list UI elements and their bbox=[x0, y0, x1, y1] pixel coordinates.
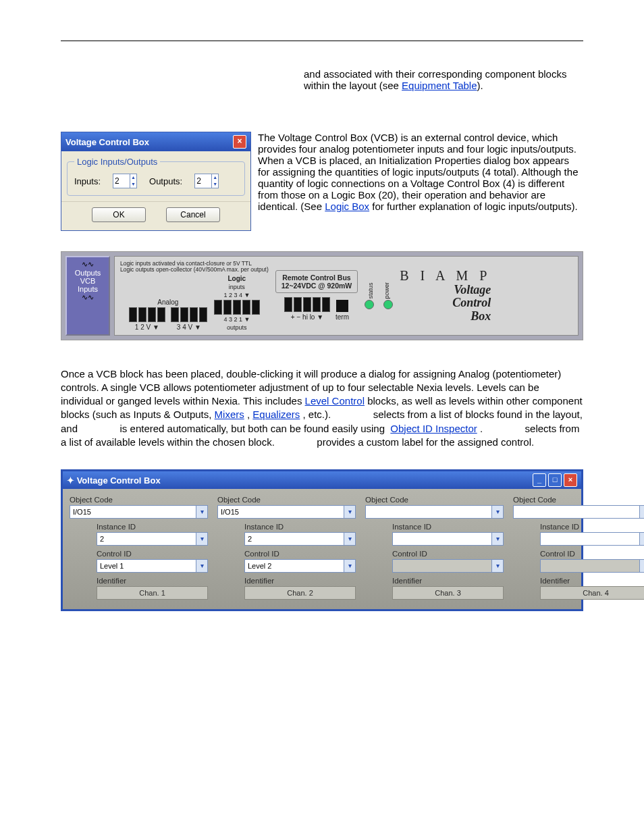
equipment-table-link[interactable]: Equipment Table bbox=[402, 80, 477, 91]
maximize-icon[interactable]: □ bbox=[548, 473, 562, 487]
minimize-icon[interactable]: _ bbox=[533, 473, 546, 487]
chevron-down-icon[interactable]: ▼ bbox=[130, 181, 136, 188]
chevron-down-icon[interactable]: ▾ bbox=[196, 560, 207, 572]
control-id-value[interactable] bbox=[245, 560, 344, 572]
identifier-label: Identifier bbox=[510, 575, 644, 586]
ok-button[interactable]: OK bbox=[92, 207, 146, 222]
chevron-down-icon: ▾ bbox=[491, 560, 503, 572]
control-id-combo: ▾ bbox=[540, 559, 644, 573]
control-id-value bbox=[393, 560, 491, 572]
vcb-column-3: Object Code▾Instance ID▾Control ID▾Ident… bbox=[363, 494, 506, 600]
wave-icon: ∿∿ bbox=[68, 260, 107, 269]
object-code-value[interactable] bbox=[218, 506, 344, 518]
intro-tail-text: and associated with their corresponding … bbox=[304, 68, 583, 91]
object-code-value[interactable] bbox=[70, 506, 196, 518]
object-code-combo[interactable]: ▾ bbox=[365, 505, 504, 519]
inputs-label: Inputs: bbox=[74, 176, 101, 186]
top-rule bbox=[61, 41, 583, 41]
control-id-combo[interactable]: ▾ bbox=[97, 559, 208, 573]
brand-sub1: Voltage bbox=[400, 284, 491, 297]
mixers-link[interactable]: Mixers bbox=[215, 409, 244, 420]
hilo-label: + − hi lo ▼ bbox=[291, 313, 323, 321]
instance-id-combo[interactable]: ▾ bbox=[97, 532, 208, 546]
instance-id-label: Instance ID bbox=[67, 521, 211, 532]
outputs-spin[interactable]: ▲▼ bbox=[194, 174, 219, 188]
chevron-up-icon[interactable]: ▲ bbox=[130, 174, 136, 181]
identifier-label: Identifier bbox=[363, 575, 506, 586]
chevron-down-icon[interactable]: ▾ bbox=[639, 506, 644, 518]
chevron-down-icon[interactable]: ▾ bbox=[344, 533, 355, 545]
logic-in-nums: 1 2 3 4 ▼ bbox=[223, 292, 250, 298]
object-code-label: Object Code bbox=[510, 494, 644, 505]
instance-id-value[interactable] bbox=[393, 533, 491, 545]
identifier-value: Chan. 3 bbox=[392, 586, 504, 600]
instance-id-combo[interactable]: ▾ bbox=[540, 532, 644, 546]
chevron-down-icon[interactable]: ▾ bbox=[344, 506, 355, 518]
instance-id-value[interactable] bbox=[245, 533, 344, 545]
close-icon[interactable]: × bbox=[564, 473, 577, 487]
chevron-down-icon: ▾ bbox=[639, 560, 644, 572]
control-id-combo: ▾ bbox=[392, 559, 504, 573]
object-id-inspector-link[interactable]: Object ID Inspector bbox=[390, 423, 477, 434]
chevron-down-icon[interactable]: ▾ bbox=[639, 533, 644, 545]
vcb-window-title: Voltage Control Box bbox=[77, 475, 161, 486]
fineprint2: Logic outputs open-collector (40V/500mA … bbox=[120, 267, 269, 273]
outputs-value[interactable] bbox=[195, 174, 211, 188]
logic-outputs-label: outputs bbox=[227, 324, 247, 331]
status-text: status bbox=[367, 282, 374, 299]
chevron-down-icon[interactable]: ▾ bbox=[491, 533, 503, 545]
hardware-panel: ∿∿ Outputs VCB Inputs ∿∿ Logic inputs ac… bbox=[61, 251, 583, 340]
chevron-down-icon[interactable]: ▼ bbox=[212, 181, 218, 188]
control-id-combo[interactable]: ▾ bbox=[244, 559, 356, 573]
instance-id-combo[interactable]: ▾ bbox=[392, 532, 504, 546]
vcb-titlebar: ✦ Voltage Control Box _ □ × bbox=[63, 471, 581, 489]
power-text: power bbox=[383, 282, 390, 299]
dip-nums-b: 3 4 V ▼ bbox=[177, 323, 201, 331]
wave-icon: ∿∿ bbox=[68, 293, 107, 302]
equalizers-link[interactable]: Equalizers bbox=[252, 409, 300, 420]
identifier-label: Identifier bbox=[215, 575, 358, 586]
logic-io-group: Logic Inputs/Outputs Inputs: ▲▼ Outputs:… bbox=[67, 157, 245, 196]
chevron-down-icon[interactable]: ▾ bbox=[196, 533, 207, 545]
brand-name: B I A M P bbox=[400, 268, 491, 284]
close-icon[interactable]: × bbox=[233, 135, 246, 149]
identifier-value: Chan. 1 bbox=[97, 586, 208, 600]
identifier-value: Chan. 2 bbox=[244, 586, 356, 600]
vcb-column-2: Object Code▾Instance ID▾Control ID▾Ident… bbox=[215, 494, 358, 600]
remote-line2: 12~24VDC @ 920mW bbox=[281, 282, 352, 290]
object-code-combo[interactable]: ▾ bbox=[513, 505, 644, 519]
object-code-value[interactable] bbox=[514, 506, 639, 518]
instance-id-value[interactable] bbox=[97, 533, 196, 545]
logic-box-link[interactable]: Logic Box bbox=[325, 201, 369, 212]
object-code-label: Object Code bbox=[67, 494, 211, 505]
object-code-label: Object Code bbox=[363, 494, 506, 505]
object-code-combo[interactable]: ▾ bbox=[217, 505, 356, 519]
control-id-value[interactable] bbox=[97, 560, 196, 572]
term-block bbox=[336, 300, 348, 312]
identifier-label: Identifier bbox=[67, 575, 211, 586]
object-code-combo[interactable]: ▾ bbox=[70, 505, 208, 519]
instance-id-value[interactable] bbox=[541, 533, 639, 545]
vcb-usage-paragraph: Once a VCB block has been placed, double… bbox=[61, 367, 583, 450]
level-control-link[interactable]: Level Control bbox=[305, 395, 365, 407]
chevron-down-icon[interactable]: ▾ bbox=[344, 560, 355, 572]
identifier-value: Chan. 4 bbox=[540, 586, 644, 600]
chevron-down-icon[interactable]: ▾ bbox=[196, 506, 207, 518]
chevron-down-icon[interactable]: ▾ bbox=[491, 506, 503, 518]
chevron-up-icon[interactable]: ▲ bbox=[212, 174, 218, 181]
logic-io-legend: Logic Inputs/Outputs bbox=[74, 157, 160, 167]
para1-post: for further explanation of logic inputs/… bbox=[372, 201, 577, 212]
brand-sub3: Box bbox=[400, 310, 491, 323]
analog-label: Analog bbox=[157, 298, 178, 306]
object-code-value[interactable] bbox=[366, 506, 491, 518]
dialog-title: Voltage Control Box bbox=[65, 137, 149, 147]
brand-block: B I A M P Voltage Control Box bbox=[400, 268, 491, 323]
object-code-label: Object Code bbox=[215, 494, 358, 505]
cancel-button[interactable]: Cancel bbox=[166, 207, 220, 222]
instance-id-label: Instance ID bbox=[510, 521, 644, 532]
logic-inputs-label: inputs bbox=[229, 284, 245, 290]
status-leds: status power bbox=[365, 282, 393, 310]
inputs-value[interactable] bbox=[113, 174, 130, 188]
instance-id-combo[interactable]: ▾ bbox=[244, 532, 356, 546]
inputs-spin[interactable]: ▲▼ bbox=[113, 174, 137, 188]
